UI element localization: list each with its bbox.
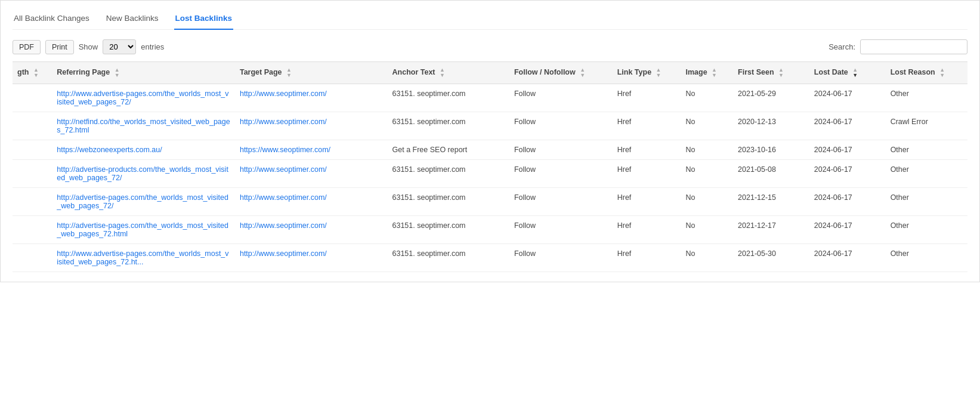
cell-follow: Follow	[509, 216, 613, 244]
cell-lostreason: Other	[886, 216, 967, 244]
cell-firstseen: 2021-05-29	[733, 84, 809, 112]
referring-link[interactable]: https://webzoneexperts.com.au/	[57, 146, 162, 154]
cell-anchor: 63151. seoptimer.com	[388, 112, 509, 140]
entries-select[interactable]: 20 10 50 100	[103, 39, 136, 54]
referring-link[interactable]: http://advertise-products.com/the_worlds…	[57, 165, 228, 182]
pdf-button[interactable]: PDF	[13, 40, 41, 54]
cell-lostdate: 2024-06-17	[809, 112, 886, 140]
cell-linktype: Href	[613, 216, 681, 244]
cell-follow: Follow	[509, 160, 613, 188]
col-header-linktype[interactable]: Link Type ▲▼	[613, 62, 681, 84]
referring-link[interactable]: http://www.advertise-pages.com/the_world…	[57, 90, 228, 106]
sort-icon-referring: ▲▼	[115, 67, 120, 78]
table-row: http://advertise-pages.com/the_worlds_mo…	[13, 188, 967, 216]
target-link[interactable]: http://www.seoptimer.com/	[240, 193, 327, 202]
cell-image: No	[681, 140, 733, 160]
cell-target: http://www.seoptimer.com/	[235, 216, 388, 244]
entries-text: entries	[141, 42, 164, 51]
cell-follow: Follow	[509, 244, 613, 272]
target-link[interactable]: http://www.seoptimer.com/	[240, 165, 327, 174]
target-link[interactable]: http://www.seoptimer.com/	[240, 118, 327, 126]
referring-link[interactable]: http://www.advertise-pages.com/the_world…	[57, 249, 228, 266]
cell-gth	[13, 112, 52, 140]
sort-icon-image: ▲▼	[712, 67, 717, 78]
tab-new-backlinks[interactable]: New Backlinks	[105, 10, 160, 30]
target-link[interactable]: https://www.seoptimer.com/	[240, 146, 330, 154]
cell-gth	[13, 244, 52, 272]
tab-all-backlink-changes[interactable]: All Backlink Changes	[13, 10, 91, 30]
print-button[interactable]: Print	[45, 40, 74, 54]
cell-target: http://www.seoptimer.com/	[235, 84, 388, 112]
cell-lostdate: 2024-06-17	[809, 216, 886, 244]
target-link[interactable]: http://www.seoptimer.com/	[240, 249, 327, 258]
target-link[interactable]: http://www.seoptimer.com/	[240, 221, 327, 230]
cell-image: No	[681, 112, 733, 140]
table-header-row: gth ▲▼ Referring Page ▲▼ Target Page ▲▼	[13, 62, 967, 84]
col-header-referring[interactable]: Referring Page ▲▼	[52, 62, 235, 84]
cell-anchor: Get a Free SEO report	[388, 140, 509, 160]
referring-link[interactable]: http://advertise-pages.com/the_worlds_mo…	[57, 221, 228, 238]
col-header-lostreason[interactable]: Lost Reason ▲▼	[886, 62, 967, 84]
col-header-lostdate[interactable]: Lost Date ▲▼	[809, 62, 886, 84]
cell-image: No	[681, 84, 733, 112]
cell-target: http://www.seoptimer.com/	[235, 160, 388, 188]
col-header-anchor[interactable]: Anchor Text ▲▼	[388, 62, 509, 84]
sort-icon-follow: ▲▼	[580, 67, 585, 78]
cell-lostdate: 2024-06-17	[809, 160, 886, 188]
target-link[interactable]: http://www.seoptimer.com/	[240, 90, 327, 98]
referring-link[interactable]: http://netfind.co/the_worlds_most_visite…	[57, 118, 230, 134]
show-label: Show	[79, 42, 98, 51]
cell-gth	[13, 216, 52, 244]
col-header-follow[interactable]: Follow / Nofollow ▲▼	[509, 62, 613, 84]
cell-target: http://www.seoptimer.com/	[235, 244, 388, 272]
cell-firstseen: 2023-10-16	[733, 140, 809, 160]
cell-linktype: Href	[613, 188, 681, 216]
referring-link[interactable]: http://advertise-pages.com/the_worlds_mo…	[57, 193, 228, 210]
cell-firstseen: 2021-05-08	[733, 160, 809, 188]
cell-linktype: Href	[613, 140, 681, 160]
search-input[interactable]	[860, 39, 967, 54]
controls-left: PDF Print Show 20 10 50 100 entries	[13, 39, 164, 54]
cell-linktype: Href	[613, 160, 681, 188]
col-header-target[interactable]: Target Page ▲▼	[235, 62, 388, 84]
tabs-bar: All Backlink Changes New Backlinks Lost …	[13, 10, 967, 30]
cell-lostdate: 2024-06-17	[809, 140, 886, 160]
cell-lostdate: 2024-06-17	[809, 84, 886, 112]
cell-firstseen: 2021-12-15	[733, 188, 809, 216]
cell-referring: http://netfind.co/the_worlds_most_visite…	[52, 112, 235, 140]
cell-gth	[13, 140, 52, 160]
cell-image: No	[681, 216, 733, 244]
cell-anchor: 63151. seoptimer.com	[388, 244, 509, 272]
cell-lostreason: Other	[886, 160, 967, 188]
sort-icon-linktype: ▲▼	[656, 67, 661, 78]
cell-gth	[13, 160, 52, 188]
cell-target: https://www.seoptimer.com/	[235, 140, 388, 160]
col-header-firstseen[interactable]: First Seen ▲▼	[733, 62, 809, 84]
tab-lost-backlinks[interactable]: Lost Backlinks	[174, 10, 233, 30]
cell-follow: Follow	[509, 112, 613, 140]
sort-icon-target: ▲▼	[286, 67, 292, 78]
cell-referring: http://www.advertise-pages.com/the_world…	[52, 244, 235, 272]
cell-referring: http://www.advertise-pages.com/the_world…	[52, 84, 235, 112]
cell-referring: http://advertise-products.com/the_worlds…	[52, 160, 235, 188]
cell-anchor: 63151. seoptimer.com	[388, 188, 509, 216]
cell-follow: Follow	[509, 84, 613, 112]
cell-anchor: 63151. seoptimer.com	[388, 84, 509, 112]
col-header-image[interactable]: Image ▲▼	[681, 62, 733, 84]
col-header-gth[interactable]: gth ▲▼	[13, 62, 52, 84]
cell-referring: https://webzoneexperts.com.au/	[52, 140, 235, 160]
cell-linktype: Href	[613, 84, 681, 112]
sort-icon-anchor: ▲▼	[440, 67, 445, 78]
cell-firstseen: 2021-12-17	[733, 216, 809, 244]
controls-row: PDF Print Show 20 10 50 100 entries Sear…	[13, 39, 967, 54]
cell-lostdate: 2024-06-17	[809, 244, 886, 272]
cell-image: No	[681, 244, 733, 272]
cell-firstseen: 2020-12-13	[733, 112, 809, 140]
cell-target: http://www.seoptimer.com/	[235, 112, 388, 140]
cell-referring: http://advertise-pages.com/the_worlds_mo…	[52, 216, 235, 244]
cell-image: No	[681, 160, 733, 188]
cell-lostreason: Other	[886, 140, 967, 160]
cell-gth	[13, 84, 52, 112]
table-row: http://www.advertise-pages.com/the_world…	[13, 84, 967, 112]
sort-icon-firstseen: ▲▼	[778, 67, 784, 78]
